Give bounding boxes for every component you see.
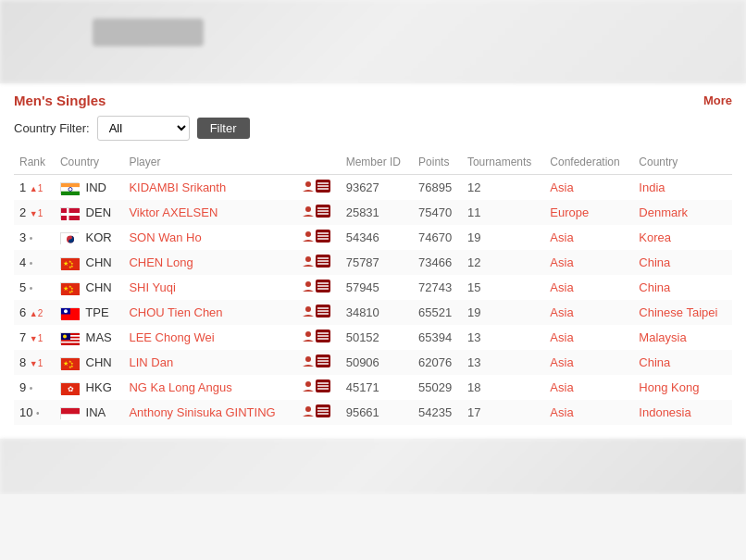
- rank-cell: 5 •: [14, 275, 55, 300]
- confederation-link[interactable]: Asia: [550, 180, 573, 194]
- confederation-link[interactable]: Asia: [550, 230, 573, 244]
- player-name-link[interactable]: Anthony Sinisuka GINTING: [129, 405, 275, 419]
- country-flag: ★★★★★: [60, 257, 79, 269]
- player-cell: LEE Chong Wei: [123, 325, 296, 350]
- player-name-link[interactable]: SHI Yuqi: [129, 280, 175, 294]
- player-name-link[interactable]: SON Wan Ho: [129, 230, 201, 244]
- svg-text:★: ★: [68, 265, 72, 269]
- player-profile-icon[interactable]: [302, 380, 330, 392]
- player-name-link[interactable]: KIDAMBI Srikanth: [129, 180, 226, 194]
- country-cell: TPE: [55, 300, 123, 325]
- player-name-link[interactable]: CHEN Long: [129, 255, 193, 269]
- player-icon-cell[interactable]: [296, 375, 340, 400]
- player-icon-cell[interactable]: [296, 350, 340, 375]
- country-name-cell: Denmark: [633, 200, 732, 225]
- tournaments-cell: 13: [462, 350, 544, 375]
- rank-up-icon: ▲: [30, 184, 38, 193]
- country-flag: [60, 207, 79, 219]
- player-name-link[interactable]: LEE Chong Wei: [129, 330, 214, 344]
- svg-text:✿: ✿: [68, 385, 74, 393]
- country-flag: [60, 332, 79, 344]
- svg-text:★: ★: [68, 365, 72, 369]
- country-name-link[interactable]: Indonesia: [639, 405, 690, 419]
- more-link[interactable]: More: [703, 93, 732, 107]
- country-name-link[interactable]: China: [639, 355, 670, 369]
- country-cell: DEN: [55, 200, 123, 225]
- player-icon-cell[interactable]: [296, 300, 340, 325]
- points-cell: 54235: [413, 400, 462, 425]
- tournaments-cell: 12: [462, 250, 544, 275]
- player-name-link[interactable]: LIN Dan: [129, 355, 173, 369]
- th-icon: [296, 152, 340, 175]
- country-name-link[interactable]: Chinese Taipei: [639, 305, 717, 319]
- confederation-link[interactable]: Asia: [550, 380, 573, 394]
- svg-point-12: [305, 206, 311, 212]
- player-profile-icon[interactable]: [302, 404, 330, 417]
- country-name-cell: Hong Kong: [633, 375, 732, 400]
- country-code: CHN: [86, 355, 112, 369]
- player-cell: Viktor AXELSEN: [123, 200, 296, 225]
- player-profile-icon[interactable]: [302, 280, 330, 292]
- country-flag: ★★★★★: [60, 357, 79, 369]
- points-cell: 74670: [413, 225, 462, 250]
- svg-point-19: [305, 231, 311, 237]
- svg-point-41: [305, 281, 311, 287]
- player-icon-cell[interactable]: [296, 400, 340, 425]
- points-cell: 65394: [413, 325, 462, 350]
- player-icon-cell[interactable]: [296, 325, 340, 350]
- svg-text:★: ★: [68, 290, 72, 294]
- bottom-blur-area: [0, 439, 746, 494]
- country-name-link[interactable]: China: [639, 280, 670, 294]
- player-profile-icon[interactable]: [302, 230, 330, 243]
- country-name-link[interactable]: Korea: [639, 230, 671, 244]
- country-name-link[interactable]: Hong Kong: [639, 380, 699, 394]
- player-profile-icon[interactable]: [302, 305, 330, 317]
- confederation-link[interactable]: Asia: [550, 355, 573, 369]
- player-icon-cell[interactable]: [296, 225, 340, 250]
- country-name-link[interactable]: China: [639, 255, 670, 269]
- player-profile-icon[interactable]: [302, 255, 330, 268]
- country-cell: ★★★★★ CHN: [55, 350, 123, 375]
- player-cell: SON Wan Ho: [123, 225, 296, 250]
- player-icon-cell[interactable]: [296, 200, 340, 225]
- member-id-cell: 95661: [341, 400, 413, 425]
- player-name-link[interactable]: CHOU Tien Chen: [129, 305, 222, 319]
- player-profile-icon[interactable]: [302, 330, 330, 342]
- player-cell: SHI Yuqi: [123, 275, 296, 300]
- country-name-link[interactable]: Denmark: [639, 205, 688, 219]
- country-flag: [60, 232, 79, 244]
- player-icon-cell[interactable]: [296, 250, 340, 275]
- country-code: CHN: [86, 255, 112, 269]
- confederation-cell: Asia: [544, 350, 633, 375]
- player-icon-cell[interactable]: [296, 275, 340, 300]
- confederation-link[interactable]: Asia: [550, 280, 573, 294]
- player-name-link[interactable]: Viktor AXELSEN: [129, 205, 218, 219]
- country-cell: ★★★★★ CHN: [55, 275, 123, 300]
- country-name-cell: Indonesia: [633, 400, 732, 425]
- confederation-link[interactable]: Asia: [550, 330, 573, 344]
- player-profile-icon[interactable]: [302, 205, 330, 218]
- country-name-link[interactable]: Malaysia: [639, 330, 686, 344]
- th-confederation: Confederation: [544, 152, 633, 175]
- player-profile-icon[interactable]: [302, 355, 330, 367]
- filter-button[interactable]: Filter: [197, 118, 250, 139]
- confederation-cell: Asia: [544, 300, 633, 325]
- confederation-link[interactable]: Asia: [550, 405, 573, 419]
- svg-rect-0: [61, 183, 80, 187]
- confederation-cell: Asia: [544, 275, 633, 300]
- confederation-link[interactable]: Europe: [550, 205, 589, 219]
- svg-rect-84: [61, 415, 80, 421]
- country-filter-select[interactable]: All IND DEN KOR CHN TPE MAS HKG INA: [97, 116, 190, 141]
- player-icon-cell[interactable]: [296, 175, 340, 201]
- svg-point-48: [64, 309, 68, 313]
- player-name-link[interactable]: NG Ka Long Angus: [129, 380, 231, 394]
- confederation-cell: Europe: [544, 200, 633, 225]
- player-profile-icon[interactable]: [302, 180, 330, 193]
- country-name-link[interactable]: India: [639, 180, 665, 194]
- filter-row: Country Filter: All IND DEN KOR CHN TPE …: [14, 116, 732, 141]
- table-row: 7 ▼1 MAS LEE Chong Wei 50152 65394 13 As…: [14, 325, 732, 350]
- confederation-link[interactable]: Asia: [550, 305, 573, 319]
- country-cell: IND: [55, 175, 123, 201]
- confederation-link[interactable]: Asia: [550, 255, 573, 269]
- confederation-cell: Asia: [544, 225, 633, 250]
